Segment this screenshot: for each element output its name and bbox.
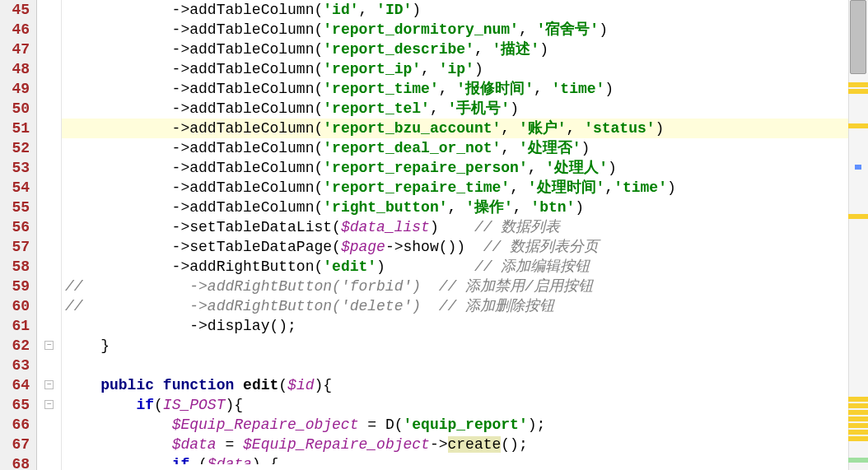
token: (); xyxy=(501,436,527,453)
code-line[interactable]: if ($data) { xyxy=(62,454,868,464)
scrollbar-thumb[interactable] xyxy=(850,0,866,74)
token xyxy=(65,377,100,393)
scrollbar-track[interactable] xyxy=(848,0,868,470)
token: '处理时间' xyxy=(528,179,605,196)
token: -> xyxy=(65,100,189,117)
code-line[interactable]: ->addTableColumn('report_deal_or_not', '… xyxy=(62,138,868,158)
token: 'equip_report' xyxy=(404,416,528,433)
code-line[interactable] xyxy=(62,356,868,375)
token: -> xyxy=(65,81,189,97)
fold-column[interactable]: −−− xyxy=(37,0,62,470)
line-number[interactable]: 56 xyxy=(3,217,30,237)
line-number[interactable]: 45 xyxy=(3,0,30,20)
code-line[interactable]: ->setTableDataPage($page->show()) // 数据列… xyxy=(62,237,868,257)
line-number[interactable]: 68 xyxy=(3,454,30,464)
code-editor: 4546474849505152535455565758596061626364… xyxy=(0,0,868,470)
fold-toggle-icon[interactable]: − xyxy=(44,380,54,389)
code-line[interactable]: ->addTableColumn('report_repaire_time', … xyxy=(62,178,868,198)
code-line[interactable]: // ->addRightButton('delete') // 添加删除按钮 xyxy=(62,296,868,316)
token: create xyxy=(448,436,502,453)
token: setTableDataList xyxy=(189,219,332,235)
token xyxy=(65,436,172,453)
code-line[interactable]: public function edit($id){ xyxy=(62,375,868,395)
line-number[interactable]: 51 xyxy=(3,119,30,138)
token: ){ xyxy=(225,397,243,413)
fold-toggle-icon[interactable]: − xyxy=(44,400,54,409)
token: function xyxy=(163,377,234,393)
scrollbar-marker[interactable] xyxy=(848,397,868,402)
token: 'ID' xyxy=(376,2,412,18)
token: ) xyxy=(474,61,483,77)
scrollbar-marker[interactable] xyxy=(848,123,868,128)
token: $data_list xyxy=(341,219,430,235)
code-line[interactable]: ->addTableColumn('report_repaire_person'… xyxy=(62,158,868,178)
scrollbar-marker[interactable] xyxy=(848,214,868,219)
code-line[interactable]: ->addTableColumn('id', 'ID') xyxy=(62,0,868,20)
line-number[interactable]: 46 xyxy=(3,20,30,40)
line-number[interactable]: 50 xyxy=(3,99,30,119)
code-line[interactable]: } xyxy=(62,336,868,356)
code-line[interactable]: ->addTableColumn('report_dormitory_num',… xyxy=(62,20,868,40)
scrollbar-marker[interactable] xyxy=(848,423,868,428)
token: setTableDataPage xyxy=(189,239,332,255)
line-number[interactable]: 54 xyxy=(3,178,30,198)
code-line[interactable]: ->addTableColumn('report_ip', 'ip') xyxy=(62,59,868,79)
code-line[interactable]: $Equip_Repaire_object = D('equip_report'… xyxy=(62,415,868,435)
scrollbar-marker[interactable] xyxy=(848,430,868,435)
code-line[interactable]: // ->addRightButton('forbid') // 添加禁用/启用… xyxy=(62,277,868,296)
token: 'time' xyxy=(614,179,667,196)
token: IS_POST xyxy=(163,397,226,413)
code-line[interactable]: ->addTableColumn('report_time', '报修时间', … xyxy=(62,79,868,99)
scrollbar-marker[interactable] xyxy=(848,458,868,463)
line-number[interactable]: 57 xyxy=(3,237,30,257)
scrollbar-marker[interactable] xyxy=(848,82,868,87)
scrollbar-marker[interactable] xyxy=(848,410,868,415)
token: '处理否' xyxy=(519,140,581,156)
line-number[interactable]: 58 xyxy=(3,257,30,277)
code-line[interactable]: ->addRightButton('edit') // 添加编辑按钮 xyxy=(62,257,868,277)
line-number[interactable]: 67 xyxy=(3,435,30,454)
line-number[interactable]: 66 xyxy=(3,415,30,435)
code-line[interactable]: ->display(); xyxy=(62,316,868,336)
scrollbar-marker[interactable] xyxy=(848,416,868,421)
line-number[interactable]: 52 xyxy=(3,138,30,158)
scrollbar-marker[interactable] xyxy=(848,89,868,94)
code-area[interactable]: ->addTableColumn('id', 'ID') ->addTableC… xyxy=(62,0,868,470)
scrollbar-marker[interactable] xyxy=(855,165,861,170)
token: '手机号' xyxy=(448,100,511,117)
code-line[interactable]: ->setTableDataList($data_list) // 数据列表 xyxy=(62,217,868,237)
token: addTableColumn xyxy=(189,81,314,97)
line-gutter[interactable]: 4546474849505152535455565758596061626364… xyxy=(0,0,37,470)
line-number[interactable]: 53 xyxy=(3,158,30,178)
token: , xyxy=(421,61,439,77)
token: // 数据列表分页 xyxy=(483,239,599,255)
line-number[interactable]: 64 xyxy=(3,375,30,395)
line-number[interactable]: 47 xyxy=(3,40,30,59)
token: addRightButton xyxy=(189,258,314,275)
code-line[interactable]: if(IS_POST){ xyxy=(62,395,868,415)
line-number[interactable]: 65 xyxy=(3,395,30,415)
token: , xyxy=(528,160,546,176)
line-number[interactable]: 61 xyxy=(3,316,30,336)
token: ( xyxy=(314,179,323,196)
line-number[interactable]: 48 xyxy=(3,59,30,79)
scrollbar-marker[interactable] xyxy=(848,403,868,408)
code-line[interactable]: $data = $Equip_Repaire_object->create(); xyxy=(62,435,868,454)
token: ()) xyxy=(439,239,483,255)
line-number[interactable]: 62 xyxy=(3,336,30,356)
token: ( xyxy=(154,397,163,413)
fold-toggle-icon[interactable]: − xyxy=(44,341,54,350)
line-number[interactable]: 60 xyxy=(3,296,30,316)
code-line[interactable]: ->addTableColumn('report_tel', '手机号') xyxy=(62,99,868,119)
line-number[interactable]: 59 xyxy=(3,277,30,296)
line-number[interactable]: 63 xyxy=(3,356,30,375)
code-line[interactable]: ->addTableColumn('right_button', '操作', '… xyxy=(62,198,868,217)
code-line[interactable]: ->addTableColumn('report_bzu_account', '… xyxy=(62,119,868,138)
line-number[interactable]: 49 xyxy=(3,79,30,99)
token: ( xyxy=(314,21,323,38)
line-number[interactable]: 55 xyxy=(3,198,30,217)
code-line[interactable]: ->addTableColumn('report_describe', '描述'… xyxy=(62,40,868,59)
token: -> xyxy=(65,239,189,255)
scrollbar-marker[interactable] xyxy=(848,436,868,441)
token: ); xyxy=(528,416,546,433)
